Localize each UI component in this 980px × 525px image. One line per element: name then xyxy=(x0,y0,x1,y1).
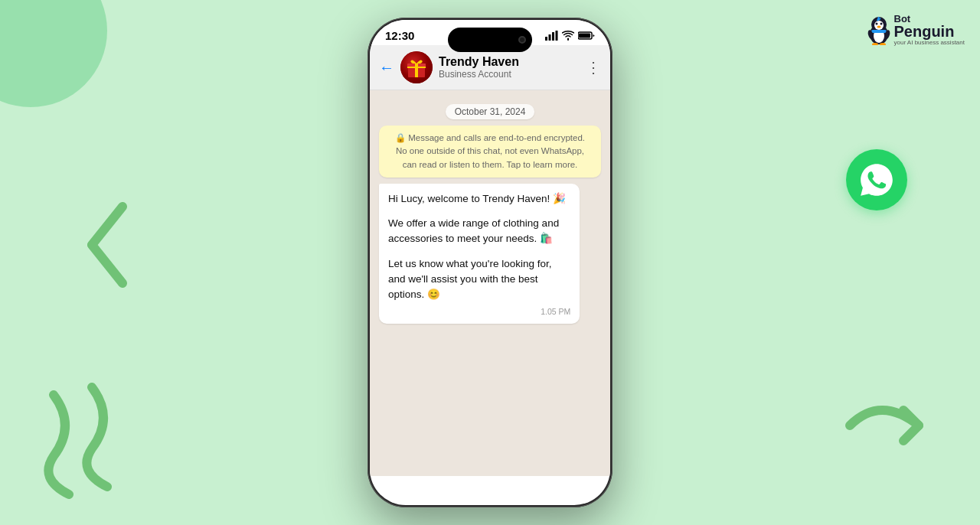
message-bubble: Hi Lucy, welcome to Trendy Haven! 🎉 We o… xyxy=(379,184,580,324)
chat-area: October 31, 2024 🔒 Message and calls are… xyxy=(370,90,610,476)
bg-arrow-right xyxy=(842,387,934,464)
svg-rect-19 xyxy=(579,34,590,38)
back-button[interactable]: ← xyxy=(379,59,394,77)
message-time: 1.05 PM xyxy=(388,307,570,316)
penguin-label: Penguin xyxy=(894,24,965,39)
svg-rect-15 xyxy=(549,34,551,41)
botpenguin-tagline: your AI business assistant xyxy=(894,40,965,46)
dynamic-island xyxy=(448,28,532,52)
avatar-image xyxy=(400,51,433,83)
date-badge: October 31, 2024 xyxy=(376,104,604,119)
camera-dot xyxy=(518,36,526,44)
phone-screen: 12:30 xyxy=(370,20,610,505)
status-bar: 12:30 xyxy=(370,20,610,45)
botpenguin-text-group: Bot Penguin your AI business assistant xyxy=(894,14,965,46)
message-line3: Let us know what you're looking for, and… xyxy=(388,256,570,303)
contact-name: Trendy Haven xyxy=(439,55,580,69)
header-menu-button[interactable]: ⋮ xyxy=(586,58,601,77)
message-line1: Hi Lucy, welcome to Trendy Haven! 🎉 xyxy=(388,191,570,207)
botpenguin-logo: Bot Penguin your AI business assistant xyxy=(867,14,965,46)
svg-point-5 xyxy=(880,23,882,25)
contact-subtitle: Business Account xyxy=(439,69,580,80)
status-time: 12:30 xyxy=(385,29,414,42)
bg-arrow-left xyxy=(77,199,138,291)
bg-circle xyxy=(0,0,107,107)
svg-rect-17 xyxy=(556,31,558,41)
battery-icon xyxy=(578,31,595,41)
date-badge-text: October 31, 2024 xyxy=(446,104,535,119)
contact-avatar[interactable] xyxy=(400,51,433,83)
message-content: Hi Lucy, welcome to Trendy Haven! 🎉 We o… xyxy=(388,191,570,303)
signal-icon xyxy=(545,31,558,41)
svg-rect-16 xyxy=(552,32,554,41)
contact-info: Trendy Haven Business Account xyxy=(439,55,580,80)
wifi-icon xyxy=(562,31,574,41)
svg-rect-23 xyxy=(407,67,426,68)
botpenguin-icon xyxy=(867,15,891,45)
svg-rect-7 xyxy=(871,30,887,33)
whatsapp-circle xyxy=(846,149,907,210)
bg-squiggle xyxy=(31,380,168,502)
whatsapp-icon xyxy=(858,161,896,199)
svg-point-4 xyxy=(875,23,877,25)
encryption-text: 🔒 Message and calls are end-to-end encry… xyxy=(395,133,585,169)
phone-frame: 12:30 xyxy=(368,18,612,507)
svg-point-3 xyxy=(874,21,884,30)
svg-point-6 xyxy=(877,26,880,28)
message-line2: We offer a wide range of clothing and ac… xyxy=(388,216,570,247)
svg-rect-22 xyxy=(415,64,418,77)
encryption-notice[interactable]: 🔒 Message and calls are end-to-end encry… xyxy=(379,126,601,178)
svg-rect-14 xyxy=(545,37,547,41)
status-icons xyxy=(545,31,595,41)
